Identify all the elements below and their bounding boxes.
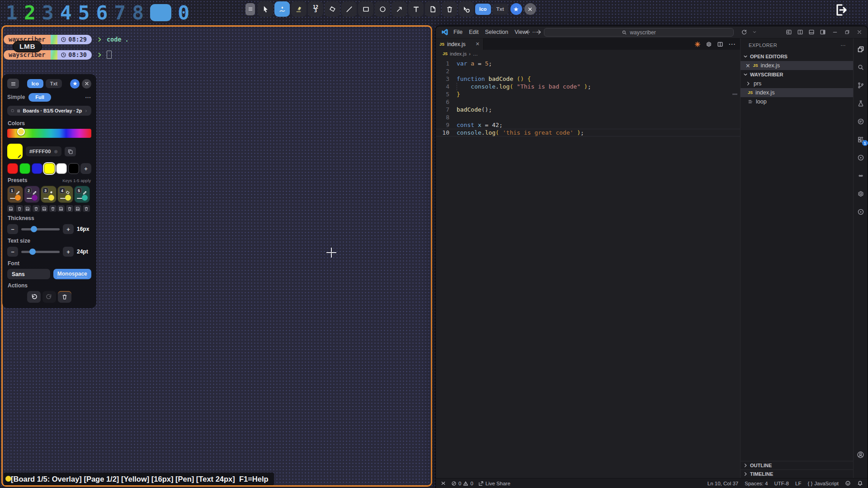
command-center-search[interactable]: wayscriber [544,28,734,37]
outline-section[interactable]: OUTLINE [741,461,853,469]
scrollbar-marker[interactable] [732,94,737,95]
hue-handle[interactable] [17,128,25,136]
preset-4[interactable]: 4 [57,186,73,203]
add-color-button[interactable]: + [80,163,91,174]
split-editor-icon[interactable] [797,29,803,35]
tree-item-loop[interactable]: loop [741,97,853,106]
preset-2[interactable]: 2 [24,186,40,203]
tab-indexjs[interactable]: JS index.js ✕ [436,38,484,50]
workspace-4[interactable]: 4 [60,3,72,23]
exit-icon[interactable] [833,3,848,17]
editor-more-actions[interactable]: ⋯ [728,40,736,48]
hex-color-input[interactable]: #FFFF00 ⊗ [26,146,61,156]
color-swatch-5[interactable] [56,163,67,174]
workspace-5[interactable]: 5 [78,3,90,23]
extension-c-icon[interactable] [856,207,865,216]
explorer-more-button[interactable]: ⋯ [841,42,846,48]
preset-1[interactable]: 1 [7,186,23,203]
eol[interactable]: LF [795,481,801,486]
color-swatch-4[interactable] [44,163,55,174]
extensions-icon[interactable]: 1 [856,135,865,144]
boards-selector[interactable]: Boards · B1/5 Overlay · 2p [7,106,91,116]
panel-txt-toggle[interactable]: Txt [46,79,62,88]
panel-star-button[interactable] [70,79,80,89]
back-icon[interactable] [524,29,531,35]
toggle-panel-icon[interactable] [808,29,815,35]
workspace-1[interactable]: 1 [6,3,18,23]
menu-selection[interactable]: Selection [485,29,508,35]
tree-item-prs[interactable]: prs [741,79,853,88]
font-sans-button[interactable]: Sans [7,269,50,279]
panel-ico-toggle[interactable]: Ico [27,79,43,88]
preset-5-save-button[interactable] [74,205,81,212]
text-tool-button[interactable] [408,1,424,17]
sync-icon[interactable] [741,29,747,35]
tree-item-indexjs[interactable]: JS index.js [741,88,853,97]
copy-color-button[interactable] [65,147,76,156]
textsize-increase-button[interactable]: + [63,247,74,257]
code-editor[interactable]: 1var a = 5;23function badCode () {4 cons… [436,57,740,478]
workspace-8[interactable]: 8 [132,3,144,23]
tab-close-icon[interactable]: ✕ [476,41,480,47]
arrow-tool-button[interactable] [392,1,407,17]
highlighter-tool-button[interactable] [291,1,307,17]
cursor-position[interactable]: Ln 10, Col 37 [708,481,738,486]
preset-2-save-button[interactable] [24,205,31,212]
pointer-tool-button[interactable] [258,1,273,17]
page-tool-button[interactable] [425,1,440,17]
close-toolbar-button[interactable] [524,3,536,15]
rectangle-tool-button[interactable] [358,1,373,17]
preset-2-delete-button[interactable] [33,205,40,212]
clear-hex-icon[interactable]: ⊗ [54,149,57,154]
font-monospace-button[interactable]: Monospace [53,269,92,279]
textsize-thumb[interactable] [29,249,36,255]
window-close-icon[interactable] [857,29,862,35]
workspace-2[interactable]: 2 [24,3,36,23]
workspace-0[interactable]: 0 [178,3,189,23]
claude-extension-icon[interactable] [694,41,701,47]
preset-4-save-button[interactable] [57,205,65,212]
restore-icon[interactable] [844,29,850,35]
color-swatch-2[interactable] [19,163,30,174]
extension-openai-icon[interactable] [856,189,865,198]
clear-board-button[interactable] [58,291,71,303]
encoding[interactable]: UTF-8 [774,481,789,486]
open-editors-section[interactable]: OPEN EDITORS [741,52,853,61]
workspace-3[interactable]: 3 [42,3,54,23]
remote-indicator[interactable] [440,480,446,486]
line-tool-button[interactable] [341,1,357,17]
preset-3-delete-button[interactable] [49,205,57,212]
menu-edit[interactable]: Edit [469,29,479,35]
testing-icon[interactable] [856,99,865,108]
redo-button[interactable] [42,291,56,303]
color-swatch-6[interactable] [68,163,79,174]
problems-indicator[interactable]: 0 0 [451,481,473,486]
workspace-6[interactable]: 6 [96,3,108,23]
workspace-7[interactable]: 7 [114,3,126,23]
toolbar-drag-handle[interactable] [245,3,255,15]
extension-chat-icon[interactable] [856,117,865,126]
close-editor-icon[interactable]: ✕ [745,62,750,69]
timeline-section[interactable]: TIMELINE [741,469,853,478]
ico-mode-toggle[interactable]: Ico [475,4,491,15]
pen-tool-button[interactable] [274,1,290,17]
account-icon[interactable] [856,450,865,459]
undo-button[interactable] [27,291,41,303]
live-share-button[interactable]: Live Share [478,481,510,486]
feedback-smiley-icon[interactable] [845,480,851,486]
extension-a-icon[interactable] [856,153,865,162]
txt-mode-toggle[interactable]: Txt [492,4,508,15]
preset-3-save-button[interactable] [41,205,48,212]
toggle-sidebar-icon[interactable] [820,29,826,35]
numbers-tool-button[interactable]: 123 [308,1,323,17]
minimize-icon[interactable] [832,29,838,35]
workspace-9-active[interactable] [150,4,171,21]
menu-file[interactable]: File [453,29,462,35]
preset-3[interactable]: 3 [41,186,57,203]
preset-1-delete-button[interactable] [16,205,23,212]
extension-b-icon[interactable] [856,171,865,180]
preset-4-delete-button[interactable] [66,205,73,212]
explorer-icon[interactable] [856,45,865,54]
thickness-track[interactable] [21,228,60,230]
full-mode-button[interactable]: Full [28,93,51,102]
